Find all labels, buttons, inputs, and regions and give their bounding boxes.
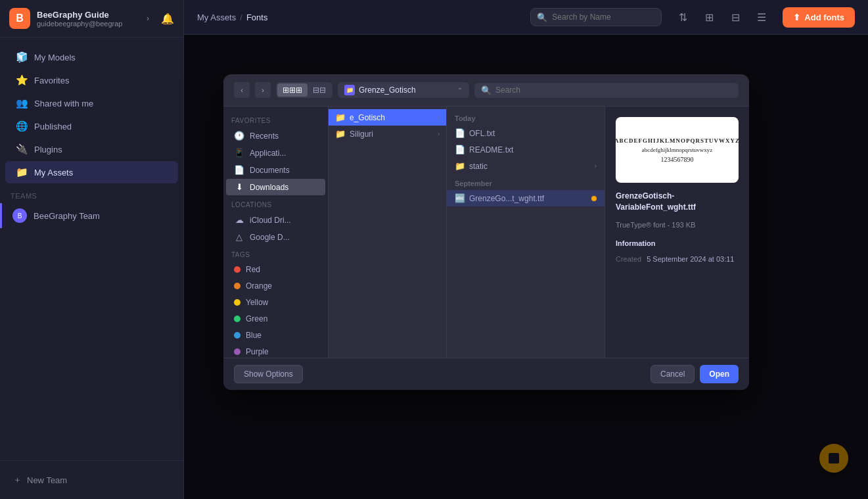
picker-sidebar-recents[interactable]: 🕐 Recents (226, 128, 325, 144)
picker-item-font-file[interactable]: 🔤 GrenzeGo...t_wght.ttf (447, 190, 605, 206)
picker-item-grenze-gotisch[interactable]: 📁 e_Gotisch › (329, 109, 446, 126)
teams-section-label: Teams (0, 184, 183, 202)
app-logo: B (9, 8, 30, 29)
blue-dot (234, 332, 240, 339)
modified-dot (591, 196, 597, 201)
created-value: 5 September 2024 at 03:11 (647, 255, 734, 263)
picker-tag-blue[interactable]: Blue (226, 327, 325, 343)
picker-file-panes: 📁 e_Gotisch › 📁 Siliguri › (329, 107, 749, 358)
modal-overlay: ‹ › ⊞⊞⊞ ⊟⊟ 📁 Grenze_Gotisch ⌃ (184, 35, 868, 499)
picker-item-siliguri[interactable]: 📁 Siliguri › (329, 126, 446, 142)
purple-dot (234, 348, 240, 355)
topbar: My Assets / Fonts 🔍 ⇅ ⊞ ⊟ ☰ ⬆ Add fonts (184, 0, 868, 35)
picker-pane-2: Today 📄 OFL.txt 📄 README.txt 📁 (447, 107, 605, 358)
sidebar-footer: ＋ New Team (0, 460, 183, 499)
grid-view-button[interactable]: ⊞ (698, 7, 720, 28)
folder-icon: 📁 (335, 112, 346, 122)
september-section: September (447, 174, 605, 190)
location-chevron-icon: ⌃ (457, 87, 463, 94)
downloads-icon: ⬇ (234, 182, 244, 192)
sidebar-item-shared-with-me[interactable]: 👥 Shared with me (5, 92, 178, 114)
picker-tag-orange[interactable]: Orange (226, 278, 325, 294)
picker-sidebar-downloads[interactable]: ⬇ Downloads (226, 179, 325, 195)
search-wrapper: 🔍 (530, 8, 662, 26)
font-preview-numbers: 1234567890 (661, 156, 694, 163)
picker-back-button[interactable]: ‹ (234, 82, 250, 98)
sidebar-item-published[interactable]: 🌐 Published (5, 115, 178, 137)
show-options-button[interactable]: Show Options (234, 365, 303, 383)
font-preview-uppercase: ABCDEFGHIJKLMNOPQRSTUVWXYZ (614, 137, 740, 144)
upload-icon: ⬆ (793, 12, 800, 22)
content-area: ‹ › ⊞⊞⊞ ⊟⊟ 📁 Grenze_Gotisch ⌃ (184, 35, 868, 499)
picker-toolbar: ‹ › ⊞⊞⊞ ⊟⊟ 📁 Grenze_Gotisch ⌃ (223, 74, 749, 107)
sidebar-item-beegraphy-team[interactable]: B BeeGraphy Team (0, 203, 183, 228)
picker-footer: Show Options Cancel Open (223, 358, 749, 390)
preview-meta: TrueType® font - 193 KB (616, 221, 739, 229)
picker-item-static[interactable]: 📁 static › (447, 158, 605, 174)
search-input[interactable] (530, 8, 662, 26)
picker-tag-yellow[interactable]: Yellow (226, 295, 325, 310)
sidebar-item-my-assets[interactable]: 📁 My Assets (5, 161, 178, 183)
expand-icon[interactable]: › (147, 14, 149, 23)
sidebar-header: B BeeGraphy Guide guidebeegraphy@beegrap… (0, 0, 183, 37)
new-team-button[interactable]: ＋ New Team (8, 469, 175, 491)
add-fonts-button[interactable]: ⬆ Add fonts (783, 7, 855, 28)
picker-location-selector[interactable]: 📁 Grenze_Gotisch ⌃ (338, 82, 469, 98)
tags-section-label: Tags (223, 246, 328, 261)
favorites-section-label: Favorites (223, 112, 328, 127)
created-key: Created (616, 255, 641, 263)
picker-footer-right: Cancel Open (651, 365, 739, 383)
sidebar-item-my-models[interactable]: 🧊 My Models (5, 46, 178, 68)
cancel-button[interactable]: Cancel (651, 365, 695, 383)
notifications-icon[interactable]: 🔔 (161, 12, 174, 25)
picker-list-view-button[interactable]: ⊟⊟ (308, 83, 331, 97)
picker-preview-pane: ABCDEFGHIJKLMNOPQRSTUVWXYZ abcdefghijklm… (605, 107, 749, 358)
picker-tag-green[interactable]: Green (226, 311, 325, 327)
picker-sidebar: Favorites 🕐 Recents 📱 Applicati... 📄 Doc… (223, 107, 329, 358)
favorites-icon: ⭐ (16, 74, 28, 86)
txt-file-icon: 📄 (455, 128, 465, 138)
folder-icon-2: 📁 (335, 129, 346, 139)
picker-sidebar-google-drive[interactable]: △ Google D... (226, 229, 325, 245)
plus-icon: ＋ (13, 474, 22, 486)
orange-dot (234, 283, 240, 289)
picker-grid-view-button[interactable]: ⊞⊞⊞ (277, 83, 308, 97)
sort-button[interactable]: ⇅ (672, 7, 693, 28)
assets-icon: 📁 (16, 166, 28, 178)
sidebar-nav: 🧊 My Models ⭐ Favorites 👥 Shared with me… (0, 37, 183, 460)
applications-icon: 📱 (234, 148, 244, 158)
picker-footer-left: Show Options (234, 365, 303, 383)
google-drive-icon: △ (234, 232, 244, 242)
picker-view-toggle: ⊞⊞⊞ ⊟⊟ (276, 82, 332, 98)
open-button[interactable]: Open (700, 365, 739, 383)
picker-item-readme[interactable]: 📄 README.txt (447, 141, 605, 158)
preview-filename: GrenzeGotisch-VariableFont_wght.ttf (616, 191, 739, 213)
info-label: Information (616, 239, 739, 247)
tile-view-button[interactable]: ⊟ (725, 7, 746, 28)
picker-sidebar-documents[interactable]: 📄 Documents (226, 162, 325, 178)
sidebar-item-plugins[interactable]: 🔌 Plugins (5, 138, 178, 160)
chevron-right-icon-2: › (438, 130, 440, 137)
picker-tag-red[interactable]: Red (226, 262, 325, 277)
file-picker-dialog: ‹ › ⊞⊞⊞ ⊟⊟ 📁 Grenze_Gotisch ⌃ (223, 74, 749, 390)
picker-sidebar-icloud[interactable]: ☁ iCloud Dri... (226, 212, 325, 228)
info-created-row: Created 5 September 2024 at 03:11 (616, 255, 739, 263)
font-preview-lowercase: abcdefghijklmnopqrstuvwxyz (642, 147, 712, 153)
shared-icon: 👥 (16, 97, 28, 109)
app-name: BeeGraphy Guide (37, 10, 140, 20)
static-folder-icon: 📁 (455, 161, 465, 171)
picker-forward-button[interactable]: › (255, 82, 271, 98)
sidebar-item-favorites[interactable]: ⭐ Favorites (5, 69, 178, 91)
chevron-right-icon: › (438, 114, 440, 121)
models-icon: 🧊 (16, 51, 28, 63)
breadcrumb: My Assets / Fonts (197, 12, 520, 22)
green-dot (234, 316, 240, 322)
picker-sidebar-applications[interactable]: 📱 Applicati... (226, 145, 325, 161)
list-view-button[interactable]: ☰ (751, 7, 772, 28)
app-email: guidebeegraphy@beegrap (37, 20, 140, 28)
picker-search-input[interactable] (495, 85, 732, 95)
icloud-icon: ☁ (234, 215, 244, 225)
picker-tag-purple[interactable]: Purple (226, 344, 325, 358)
font-file-icon: 🔤 (455, 193, 465, 203)
picker-item-ofl[interactable]: 📄 OFL.txt (447, 125, 605, 141)
